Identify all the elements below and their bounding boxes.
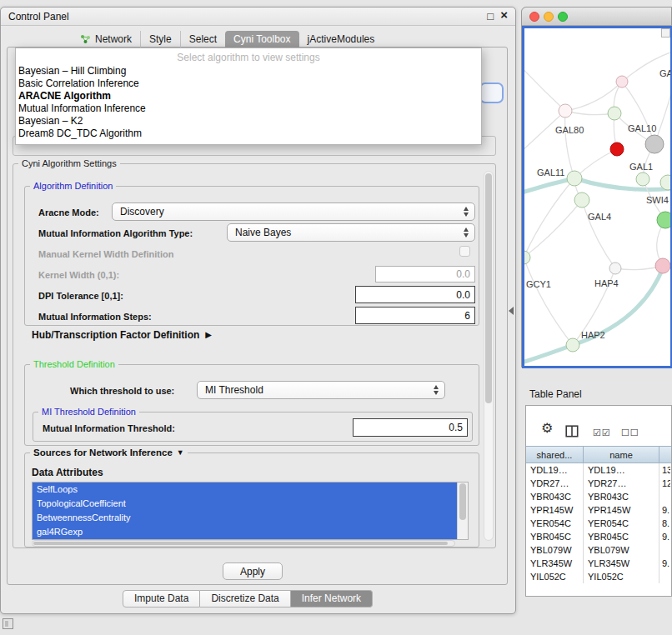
- column-header[interactable]: shared...: [526, 446, 584, 463]
- tab-network[interactable]: Network: [72, 31, 140, 48]
- deselect-columns-icon[interactable]: ☐☐: [621, 426, 639, 439]
- hidden-panel-icon[interactable]: [3, 618, 13, 629]
- algorithm-option[interactable]: ARACNE Algorithm: [16, 90, 481, 102]
- node-label: GAL4: [588, 212, 611, 222]
- network-node[interactable]: [610, 142, 624, 156]
- network-node[interactable]: [559, 104, 572, 118]
- column-header[interactable]: name: [584, 446, 659, 463]
- network-canvas[interactable]: GALGAL80GAL10GAL11GAL1SWI4GAL4GCY1HAP4HA…: [524, 28, 670, 366]
- algorithm-option[interactable]: Mutual Information Inference: [16, 102, 481, 115]
- threshold-definition-group: Threshold Definition Which threshold to …: [24, 364, 479, 446]
- network-node[interactable]: [645, 135, 664, 153]
- attribute-item[interactable]: TopologicalCoefficient: [33, 497, 457, 511]
- close-icon[interactable]: ×: [500, 8, 508, 21]
- hub-definition-toggle[interactable]: Hub/Transcription Factor Definition ▶: [32, 329, 212, 341]
- bottom-tab-impute-data[interactable]: Impute Data: [123, 590, 200, 608]
- network-node[interactable]: [657, 212, 670, 228]
- network-node[interactable]: [655, 258, 670, 273]
- spinner-icon: [463, 206, 470, 218]
- scrollbar-thumb[interactable]: [33, 542, 448, 545]
- network-node[interactable]: [574, 192, 589, 208]
- settings-group-title: Cyni Algorithm Settings: [18, 158, 120, 169]
- algorithm-option[interactable]: Dream8 DC_TDC Algorithm: [16, 128, 481, 140]
- table-row[interactable]: YER054CYER054C8.: [526, 517, 670, 530]
- network-view-window: GALGAL80GAL10GAL11GAL1SWI4GAL4GCY1HAP4HA…: [521, 7, 672, 368]
- network-node[interactable]: [616, 76, 628, 88]
- network-node[interactable]: [567, 171, 582, 186]
- gear-icon[interactable]: ⚙: [541, 422, 553, 435]
- table-row[interactable]: YDR27…YDR27…12: [526, 477, 670, 490]
- sources-group-title[interactable]: Sources for Network Inference ▼: [30, 447, 188, 458]
- table-cell: YBL079W: [584, 543, 659, 557]
- traffic-light-close[interactable]: [529, 12, 539, 22]
- bottom-tab-infer-network[interactable]: Infer Network: [291, 590, 373, 608]
- spinner-icon: [433, 384, 440, 396]
- float-window-icon[interactable]: □: [487, 10, 494, 22]
- tab-label: Select: [189, 31, 217, 48]
- table-row[interactable]: YBR043CYBR043C: [526, 490, 670, 503]
- attribute-item[interactable]: BetweennessCentrality: [33, 511, 457, 525]
- attribute-item[interactable]: SelfLoops: [33, 482, 457, 497]
- algorithm-option[interactable]: Basic Correlation Inference: [16, 78, 481, 90]
- network-scroll-button[interactable]: [661, 28, 670, 38]
- node-label: GAL: [659, 68, 670, 78]
- select-all-columns-icon[interactable]: ☑☑: [593, 426, 611, 439]
- kernel-width-value: 0.0: [456, 268, 470, 280]
- settings-scrollbar[interactable]: [484, 171, 494, 541]
- columns-icon[interactable]: [565, 425, 579, 440]
- table-body: YDL19…YDL19…13YDR27…YDR27…12YBR043CYBR04…: [526, 463, 670, 595]
- network-node[interactable]: [636, 172, 649, 186]
- tab-cyni-toolbox[interactable]: Cyni Toolbox: [225, 31, 298, 48]
- algorithm-option[interactable]: Bayesian – K2: [16, 115, 481, 128]
- table-cell: YBR045C: [526, 530, 584, 543]
- algorithm-select-partial[interactable]: [479, 82, 504, 103]
- network-node[interactable]: [609, 262, 621, 274]
- scrollbar-thumb[interactable]: [459, 483, 466, 520]
- tab-select[interactable]: Select: [180, 31, 225, 48]
- mi-threshold-field[interactable]: 0.5: [353, 418, 468, 437]
- traffic-light-zoom[interactable]: [558, 12, 568, 22]
- data-attributes-label: Data Attributes: [32, 467, 103, 478]
- table-cell: [659, 570, 670, 583]
- tab-bar: NetworkStyleSelectCyni ToolboxjActiveMod…: [72, 31, 383, 48]
- mi-type-value: Naive Bayes: [235, 228, 291, 238]
- list-vertical-scrollbar[interactable]: [457, 482, 468, 539]
- table-row[interactable]: YBL079WYBL079W: [526, 543, 670, 557]
- aracne-mode-select[interactable]: Discovery: [112, 202, 475, 221]
- table-row[interactable]: YIL052CYIL052C: [526, 570, 670, 583]
- algorithm-option[interactable]: Bayesian – Hill Climbing: [16, 65, 481, 78]
- cyni-settings-group: Cyni Algorithm Settings Algorithm Defini…: [13, 163, 496, 548]
- algorithm-definition-title: Algorithm Definition: [30, 180, 116, 192]
- table-row[interactable]: YBR045CYBR045C9.: [526, 530, 670, 543]
- mi-steps-field[interactable]: 6: [355, 307, 475, 324]
- node-label: GAL10: [628, 123, 656, 133]
- mi-threshold-group: MI Threshold Definition Mutual Informati…: [33, 412, 473, 442]
- network-window-titlebar: [522, 8, 671, 26]
- sources-title-text: Sources for Network Inference: [33, 447, 173, 458]
- table-row[interactable]: YDL19…YDL19…13: [526, 463, 670, 477]
- column-header[interactable]: [659, 446, 671, 463]
- list-horizontal-scrollbar[interactable]: [32, 540, 455, 547]
- table-row[interactable]: YPR145WYPR145W9.: [526, 503, 670, 517]
- threshold-definition-title: Threshold Definition: [30, 358, 118, 370]
- mi-threshold-label: Mutual Information Threshold:: [43, 423, 175, 433]
- mi-threshold-value: 0.5: [449, 422, 463, 433]
- dpi-tolerance-field[interactable]: 0.0: [355, 286, 475, 303]
- network-node[interactable]: [566, 338, 579, 352]
- scrollbar-thumb[interactable]: [485, 173, 492, 403]
- network-node[interactable]: [608, 107, 621, 120]
- table-row[interactable]: YLR345WYLR345W9.: [526, 557, 670, 570]
- attribute-item[interactable]: gal4RGexp: [33, 525, 457, 539]
- screen: Control Panel □ × NetworkStyleSelectCyni…: [0, 0, 672, 635]
- threshold-select[interactable]: MI Threshold: [197, 381, 445, 399]
- traffic-light-minimize[interactable]: [544, 12, 554, 22]
- bottom-tab-discretize-data[interactable]: Discretize Data: [200, 590, 290, 608]
- apply-button[interactable]: Apply: [223, 562, 283, 580]
- tab-jactivemodules[interactable]: jActiveModules: [299, 31, 384, 48]
- node-label: GAL80: [555, 125, 584, 135]
- splitter-collapse-arrow[interactable]: [509, 307, 514, 315]
- kernel-width-field[interactable]: 0.0: [375, 266, 475, 282]
- manual-kernel-checkbox[interactable]: [459, 246, 470, 257]
- mi-type-select[interactable]: Naive Bayes: [227, 223, 475, 242]
- tab-style[interactable]: Style: [140, 31, 180, 48]
